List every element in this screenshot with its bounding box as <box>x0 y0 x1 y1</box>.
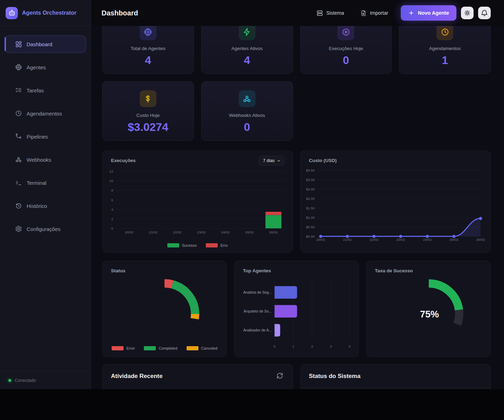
connected-dot-icon <box>8 379 11 382</box>
gear-icon <box>15 225 22 232</box>
webhook-icon <box>239 90 255 107</box>
svg-text:$1.00: $1.00 <box>306 216 315 219</box>
refresh-icon <box>276 372 284 379</box>
svg-text:22/02: 22/02 <box>173 230 182 234</box>
legend-label: Completed <box>159 346 177 350</box>
new-agent-button[interactable]: Novo Agente <box>401 5 456 21</box>
svg-text:$0.00: $0.00 <box>306 234 315 238</box>
sidebar-item-label: Webhooks <box>27 157 51 163</box>
pipeline-icon <box>15 133 22 140</box>
stat-value: $3.0274 <box>128 121 168 134</box>
sidebar-item-pipelines[interactable]: Pipelines <box>5 128 86 145</box>
svg-text:26/02: 26/02 <box>476 238 485 241</box>
import-button[interactable]: Importar <box>360 10 388 16</box>
svg-text:24/02: 24/02 <box>423 238 432 241</box>
stat-card-agentes-ativos: Agentes Ativos 4 <box>201 26 293 74</box>
sidebar: Agents Orchestrator Dashboard Agentes <box>0 0 91 389</box>
legend-label: Canceled <box>201 346 217 350</box>
chip-icon <box>140 26 156 40</box>
sidebar-item-webhooks[interactable]: Webhooks <box>5 151 86 168</box>
stat-value: 4 <box>145 54 151 67</box>
plus-icon <box>408 10 414 16</box>
clock-icon <box>436 26 453 40</box>
sidebar-item-dashboard[interactable]: Dashboard <box>5 35 86 53</box>
success-rate-value: 75% <box>408 309 450 320</box>
sidebar-item-label: Agendamentos <box>27 111 62 117</box>
recent-activity-card: Atividade Recente <box>102 364 293 389</box>
success-rate-card: Taxa de Sucesso 75% <box>366 261 491 357</box>
sun-icon <box>464 9 471 16</box>
svg-text:24/02: 24/02 <box>221 230 230 234</box>
svg-text:Analista de Seg...: Analista de Seg... <box>243 290 272 294</box>
status-donut-chart <box>103 261 226 357</box>
terminal-icon <box>15 179 22 186</box>
new-agent-button-label: Novo Agente <box>418 10 449 16</box>
svg-text:$1.50: $1.50 <box>306 206 315 210</box>
cost-chart: $0.00$0.50$1.00$1.50$2.00$2.50$3.00$3.50… <box>301 151 491 252</box>
legend-item: Erro <box>206 243 228 247</box>
svg-text:3: 3 <box>330 344 332 348</box>
dashboard-grid-icon <box>15 41 22 48</box>
stat-value: 1 <box>442 54 448 67</box>
stat-value: 0 <box>244 121 250 134</box>
svg-text:23/02: 23/02 <box>197 230 206 234</box>
theme-toggle-button[interactable] <box>461 7 474 19</box>
svg-text:20/02: 20/02 <box>316 238 325 241</box>
svg-text:2: 2 <box>111 217 113 221</box>
svg-text:6: 6 <box>111 198 113 202</box>
sidebar-item-terminal[interactable]: Terminal <box>5 174 86 191</box>
svg-text:21/02: 21/02 <box>149 230 158 234</box>
sidebar-item-configuracoes[interactable]: Configurações <box>5 220 86 238</box>
svg-text:10: 10 <box>109 179 113 183</box>
stat-label: Agendamentos <box>429 46 461 51</box>
system-button-label: Sistema <box>326 10 344 16</box>
legend-label: Error <box>126 346 135 350</box>
svg-text:Arquiteto de So...: Arquiteto de So... <box>244 309 272 313</box>
cost-chart-card: Custo (USD) $0.00$0.50$1.00$1.50$2.00$2.… <box>300 150 491 253</box>
svg-text:26/02: 26/02 <box>269 230 278 234</box>
page-title: Dashboard <box>102 9 316 17</box>
svg-text:0: 0 <box>111 226 113 230</box>
sidebar-item-historico[interactable]: Histórico <box>5 197 86 215</box>
dashboard-content: Total de Agentes 4 Agentes Ativos 4 Exec… <box>91 26 504 389</box>
executions-legend: SucessoErro <box>103 243 293 247</box>
stat-value: 0 <box>343 54 349 67</box>
stat-label: Agentes Ativos <box>231 46 262 51</box>
stat-card-agendamentos: Agendamentos 1 <box>399 26 491 74</box>
robot-logo-icon <box>6 7 18 19</box>
legend-swatch <box>206 243 218 247</box>
legend-item: Completed <box>144 346 177 350</box>
bell-icon <box>481 9 488 16</box>
play-circle-icon <box>337 26 354 40</box>
svg-text:23/02: 23/02 <box>396 238 405 241</box>
sidebar-item-tarefas[interactable]: Tarefas <box>5 82 86 99</box>
refresh-button[interactable] <box>276 372 284 380</box>
svg-text:4: 4 <box>349 344 351 348</box>
history-icon <box>15 202 22 209</box>
brand-row: Agents Orchestrator <box>0 0 91 26</box>
stat-label: Execuções Hoje <box>329 46 363 51</box>
svg-text:Analisador de A...: Analisador de A... <box>243 328 272 332</box>
system-status-title: Status do Sistema <box>309 373 360 380</box>
svg-text:22/02: 22/02 <box>370 238 378 241</box>
app-window: Agents Orchestrator Dashboard Agentes <box>0 0 504 389</box>
sidebar-item-agentes[interactable]: Agentes <box>5 58 86 76</box>
sidebar-item-label: Histórico <box>27 203 47 209</box>
top-header: Dashboard Sistema Importar Novo Agente <box>91 0 504 26</box>
stat-label: Total de Agentes <box>131 46 166 51</box>
svg-text:0: 0 <box>274 344 276 348</box>
system-button[interactable]: Sistema <box>316 10 344 16</box>
sidebar-item-agendamentos[interactable]: Agendamentos <box>5 105 86 122</box>
svg-text:$3.50: $3.50 <box>306 168 315 172</box>
import-button-label: Importar <box>370 10 388 16</box>
webhook-icon <box>15 156 22 163</box>
svg-text:$2.50: $2.50 <box>306 187 315 191</box>
sidebar-nav: Dashboard Agentes Tarefas <box>0 26 91 371</box>
notifications-button[interactable] <box>478 7 491 19</box>
stat-card-custo-hoje: Custo Hoje $3.0274 <box>102 81 194 141</box>
svg-text:8: 8 <box>111 188 113 192</box>
status-legend: ErrorCompletedCanceled <box>103 346 226 350</box>
svg-text:4: 4 <box>111 208 113 211</box>
server-icon <box>316 10 323 16</box>
top-agents-chart: 01234Analista de Seg...Arquiteto de So..… <box>234 261 358 357</box>
